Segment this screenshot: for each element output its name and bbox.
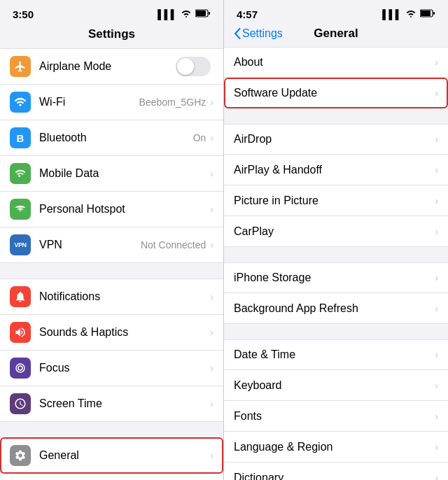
signal-icon: ▌▌▌ [158, 9, 177, 20]
right-row-softwareupdate[interactable]: Software Update › [224, 78, 448, 108]
row-focus[interactable]: Focus › [0, 351, 223, 386]
general-label: General [39, 449, 210, 462]
airplane-toggle[interactable] [176, 57, 211, 76]
keyboard-label: Keyboard [234, 379, 435, 392]
mobiledata-chevron: › [210, 168, 214, 179]
wifi-label: Wi-Fi [39, 96, 139, 108]
right-row-fonts[interactable]: Fonts › [224, 401, 448, 432]
airplane-label: Airplane Mode [39, 60, 176, 73]
toggle-knob [177, 58, 194, 75]
right-row-airdrop[interactable]: AirDrop › [224, 124, 448, 155]
wifi-icon [181, 9, 192, 20]
screentime-chevron: › [210, 398, 214, 409]
row-control[interactable]: Control Centre › [0, 474, 223, 480]
bluetooth-value: On [193, 132, 206, 143]
right-row-keyboard[interactable]: Keyboard › [224, 370, 448, 401]
language-chevron: › [435, 442, 438, 453]
row-hotspot[interactable]: Personal Hotspot › [0, 192, 223, 227]
row-notifications[interactable]: Notifications › [0, 278, 223, 315]
svg-rect-2 [209, 12, 210, 15]
datetime-chevron: › [435, 349, 438, 360]
right-battery-icon [420, 9, 435, 20]
airplay-label: AirPlay & Handoff [234, 164, 435, 176]
datetime-label: Date & Time [234, 348, 435, 361]
right-row-about[interactable]: About › [224, 47, 448, 78]
pip-chevron: › [435, 195, 438, 206]
hotspot-label: Personal Hotspot [39, 203, 210, 216]
right-row-language[interactable]: Language & Region › [224, 432, 448, 463]
right-row-datetime[interactable]: Date & Time › [224, 339, 448, 370]
focus-label: Focus [39, 362, 210, 374]
left-status-bar: 3:50 ▌▌▌ [0, 0, 223, 24]
section-notifications: Notifications › Sounds & Haptics › Focus… [0, 278, 223, 422]
fonts-label: Fonts [234, 410, 435, 423]
right-section-2: AirDrop › AirPlay & Handoff › Picture in… [224, 124, 448, 247]
bluetooth-label: Bluetooth [39, 132, 193, 144]
keyboard-chevron: › [435, 380, 438, 391]
row-wifi[interactable]: Wi-Fi Beebom_5GHz › [0, 85, 223, 120]
carplay-label: CarPlay [234, 225, 435, 238]
general-chevron: › [210, 450, 214, 461]
airdrop-label: AirDrop [234, 133, 435, 146]
notifications-label: Notifications [39, 290, 210, 303]
general-icon [10, 445, 31, 466]
vpn-icon: VPN [10, 234, 31, 255]
back-label: Settings [242, 27, 283, 40]
row-general[interactable]: General › [0, 437, 223, 474]
right-row-airplay[interactable]: AirPlay & Handoff › [224, 155, 448, 185]
row-mobiledata[interactable]: Mobile Data › [0, 156, 223, 192]
vpn-value: Not Connected [141, 239, 206, 250]
pip-label: Picture in Picture [234, 195, 435, 207]
right-row-bgrefresh[interactable]: Background App Refresh › [224, 293, 448, 324]
fonts-chevron: › [435, 411, 438, 422]
right-time: 4:57 [237, 8, 258, 20]
left-panel: 3:50 ▌▌▌ Settings [0, 0, 224, 480]
right-screen-title: General [314, 27, 358, 41]
right-row-pip[interactable]: Picture in Picture › [224, 185, 448, 216]
row-sounds[interactable]: Sounds & Haptics › [0, 315, 223, 351]
softwareupdate-label: Software Update [234, 87, 435, 99]
right-section-1: About › Software Update › [224, 47, 448, 108]
right-row-iphonestorage[interactable]: iPhone Storage › [224, 262, 448, 293]
battery-icon [195, 9, 211, 20]
bgrefresh-label: Background App Refresh [234, 302, 435, 315]
notifications-chevron: › [210, 291, 214, 302]
iphonestorage-label: iPhone Storage [234, 271, 435, 284]
row-bluetooth[interactable]: B Bluetooth On › [0, 120, 223, 156]
back-button[interactable]: Settings [234, 27, 283, 40]
focus-icon [10, 358, 31, 379]
sounds-icon [10, 322, 31, 343]
bgrefresh-chevron: › [435, 303, 438, 314]
left-screen-title: Settings [0, 24, 223, 48]
right-row-carplay[interactable]: CarPlay › [224, 216, 448, 247]
settings-list: Airplane Mode Wi-Fi Beebom_5GHz › B Blue… [0, 48, 223, 480]
focus-chevron: › [210, 362, 214, 374]
wifi-value: Beebom_5GHz [139, 97, 206, 108]
right-row-dictionary[interactable]: Dictionary › [224, 463, 448, 480]
left-status-icons: ▌▌▌ [158, 9, 211, 20]
right-signal-icon: ▌▌▌ [382, 9, 402, 20]
mobile-icon [10, 163, 31, 184]
language-label: Language & Region [234, 441, 435, 453]
airplay-chevron: › [435, 164, 438, 176]
hotspot-icon [10, 199, 31, 220]
notifications-icon [10, 286, 31, 307]
row-screentime[interactable]: Screen Time › [0, 386, 223, 422]
right-wifi-icon [405, 9, 416, 20]
row-airplane[interactable]: Airplane Mode [0, 48, 223, 85]
bluetooth-row-icon: B [10, 127, 31, 148]
about-chevron: › [435, 57, 438, 68]
dictionary-label: Dictionary [234, 472, 435, 481]
dictionary-chevron: › [435, 472, 438, 481]
wifi-row-icon [10, 92, 31, 113]
left-time: 3:50 [13, 8, 34, 20]
svg-rect-20 [421, 10, 430, 16]
mobiledata-label: Mobile Data [39, 167, 210, 180]
wifi-chevron: › [210, 97, 214, 108]
section-connectivity: Airplane Mode Wi-Fi Beebom_5GHz › B Blue… [0, 48, 223, 263]
row-vpn[interactable]: VPN VPN Not Connected › [0, 227, 223, 263]
right-status-icons: ▌▌▌ [382, 9, 435, 20]
carplay-chevron: › [435, 226, 438, 237]
right-section-4: Date & Time › Keyboard › Fonts › Languag… [224, 339, 448, 480]
sounds-chevron: › [210, 327, 214, 338]
